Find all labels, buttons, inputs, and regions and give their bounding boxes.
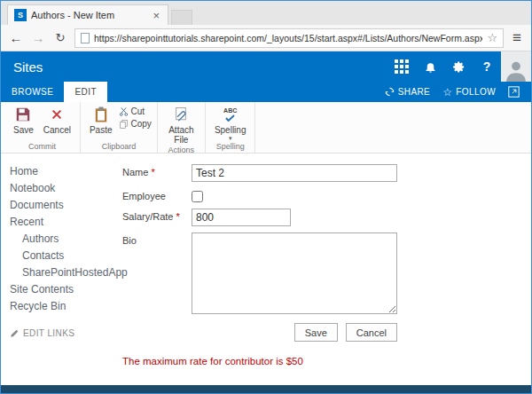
sidebar-item-site-contents[interactable]: Site Contents [10,280,116,297]
sidebar-item-authors[interactable]: Authors [10,230,116,247]
edit-links-button[interactable]: EDIT LINKS [10,328,116,338]
gear-icon [452,60,466,74]
required-marker: * [151,167,154,177]
tab-browse[interactable]: BROWSE [1,82,64,102]
attach-file-icon [174,106,188,123]
ribbon-group-clipboard: Paste Cut Copy Clipboard [81,102,158,153]
suite-bar: Sites ? [1,51,531,82]
cancel-x-icon [51,106,63,123]
back-button[interactable]: ← [8,31,24,44]
spellcheck-abc-icon: ABC [223,106,237,123]
form-buttons: Save Cancel [122,323,397,342]
new-item-form: Name * Employee Salary/Rate * Bio Save [116,154,531,385]
copy-icon [119,119,129,129]
focus-icon [508,86,520,98]
bio-field-row: Bio [122,232,531,314]
scissors-icon [119,106,129,116]
forward-button[interactable]: → [30,31,46,44]
refresh-button[interactable]: ↻ [52,32,68,43]
required-marker: * [176,211,180,222]
bio-label: Bio [122,232,192,246]
save-floppy-icon [15,106,31,123]
ribbon-spelling-button[interactable]: ABC Spelling ▾ [211,104,250,141]
sidebar-item-recent[interactable]: Recent [10,213,116,230]
share-icon [385,87,395,97]
help-button[interactable]: ? [473,51,501,82]
ribbon: Save Cancel Commit Paste [1,102,531,154]
ribbon-paste-button[interactable]: Paste [86,104,116,135]
focus-on-content-button[interactable] [502,86,526,98]
clipboard-group-label: Clipboard [86,141,152,153]
suitebar-actions: ? [387,51,531,82]
person-icon [505,59,528,82]
browser-tab[interactable]: S Authors - New Item × [7,4,168,25]
sidebar-item-contacts[interactable]: Contacts [10,247,116,264]
ribbon-save-button[interactable]: Save [10,104,37,135]
form-save-button[interactable]: Save [294,323,338,342]
ribbon-group-commit: Save Cancel Commit [4,102,81,153]
follow-star-icon: ☆ [442,86,452,98]
sidebar-item-documents[interactable]: Documents [10,196,116,213]
ribbon-group-spelling: ABC Spelling ▾ Spelling [206,102,256,153]
name-input[interactable] [192,164,397,182]
favorites-star-icon[interactable]: ☆ [487,31,497,44]
tab-edit[interactable]: EDIT [64,82,107,102]
follow-label: FOLLOW [456,87,496,97]
salary-label: Salary/Rate * [122,209,192,222]
page-icon [81,33,90,43]
employee-label: Employee [122,188,192,201]
sidebar-item-recycle-bin[interactable]: Recycle Bin [10,297,116,314]
ribbon-cut-button[interactable]: Cut [119,106,152,116]
employee-checkbox[interactable] [192,191,203,202]
page-content: Home Notebook Documents Recent Authors C… [1,154,531,385]
form-cancel-button[interactable]: Cancel [346,323,397,342]
employee-field-row: Employee [122,188,531,202]
address-bar[interactable]: https://sharepointtutorials.sharepoint.c… [74,28,504,48]
new-tab-button[interactable] [171,10,192,25]
commit-group-label: Commit [10,141,74,153]
follow-button[interactable]: ☆ FOLLOW [436,86,502,98]
name-field-row: Name * [122,164,531,182]
app-launcher-button[interactable] [387,51,416,82]
name-label: Name * [122,164,192,177]
salary-field-row: Salary/Rate * [122,209,531,226]
ribbon-copy-button[interactable]: Copy [119,119,152,129]
spelling-dropdown-arrow: ▾ [229,135,232,141]
sidebar-item-sharepointhostedapp[interactable]: SharePointHostedApp [10,264,116,280]
ribbon-right-actions: SHARE ☆ FOLLOW [379,82,531,102]
paste-clipboard-icon [94,106,108,123]
url-text[interactable]: https://sharepointtutorials.sharepoint.c… [94,33,482,43]
browser-window: S Authors - New Item × ← → ↻ https://sha… [0,0,532,394]
browser-tab-strip: S Authors - New Item × [1,1,531,25]
pencil-icon [10,329,19,338]
tab-title: Authors - New Item [31,10,146,20]
validation-error-message: The maximum rate for contributor is $50 [122,356,531,366]
bell-icon [424,60,437,74]
bio-textarea[interactable] [192,232,397,314]
notifications-button[interactable] [416,51,444,82]
ribbon-tab-row: BROWSE EDIT SHARE ☆ FOLLOW [1,82,531,102]
quick-launch-nav: Home Notebook Documents Recent Authors C… [1,154,116,385]
ribbon-cancel-button[interactable]: Cancel [40,104,74,135]
ribbon-attach-file-button[interactable]: Attach File [163,104,200,145]
user-avatar[interactable] [501,51,531,82]
settings-button[interactable] [444,51,473,82]
spelling-group-label: Spelling [211,141,250,153]
sidebar-item-notebook[interactable]: Notebook [10,179,116,196]
sidebar-item-home[interactable]: Home [10,162,116,179]
browser-navbar: ← → ↻ https://sharepointtutorials.sharep… [1,25,531,51]
salary-input[interactable] [192,209,291,226]
suitebar-title[interactable]: Sites [13,59,43,75]
menu-icon[interactable]: ≡ [510,29,524,47]
waffle-icon [395,59,409,74]
tab-close-icon[interactable]: × [151,10,161,21]
share-label: SHARE [398,87,430,97]
ribbon-group-actions: Attach File Actions [158,102,206,153]
window-bottom-edge [1,385,531,393]
sharepoint-favicon-icon: S [14,9,27,21]
share-button[interactable]: SHARE [379,87,436,97]
